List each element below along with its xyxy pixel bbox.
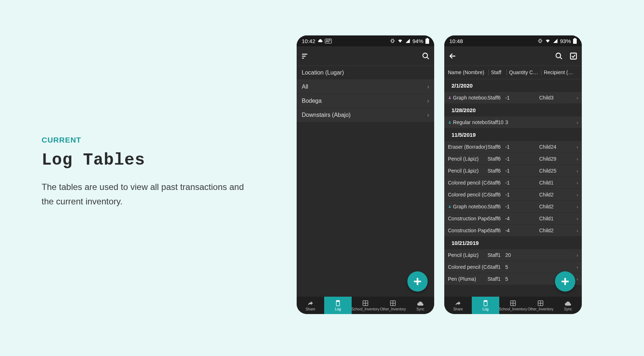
status-time: 10:48 [449,38,463,44]
add-fab[interactable] [555,271,575,292]
table-header: Name (Nombre) Staff Quantity Cha... Reci… [444,66,582,79]
page-title: Log Tables [42,151,244,170]
table-row[interactable]: Pencil (Lápiz)Staff120› [444,249,582,261]
cell-name: Pencil (Lápiz) [448,168,488,174]
nav-other_inventory[interactable]: Other_Inventory [379,297,407,314]
svg-rect-1 [427,38,428,39]
nav-label: School_Inventory [352,307,379,311]
cell-quantity: 3 [505,119,539,125]
cell-staff: Staff6 [488,216,505,221]
cell-name: Eraser (Borrador) [448,144,488,150]
cell-recipient: Child25 [539,168,575,174]
cell-recipient: Child3 [539,95,575,101]
add-fab[interactable] [407,271,428,292]
svg-rect-20 [571,53,577,59]
svg-rect-4 [302,58,304,58]
school_inventory-icon [510,300,516,306]
nav-label: Other_Inventory [380,307,406,311]
search-icon[interactable] [555,52,563,60]
location-row[interactable]: Bodega› [297,94,434,108]
chevron-right-icon: › [575,228,578,233]
location-label: Downstairs (Abajo) [302,112,351,118]
back-icon[interactable] [449,52,457,60]
nav-other_inventory[interactable]: Other_Inventory [527,297,554,314]
filter-icon[interactable] [301,52,309,60]
table-row[interactable]: Colored pencil (Co...Staff6-1Child1› [444,177,582,189]
share-icon [307,300,314,306]
other_inventory-icon [390,300,396,306]
chevron-right-icon: › [427,98,429,104]
cell-quantity: -1 [505,156,539,162]
location-label: All [302,84,308,90]
svg-rect-15 [573,39,577,44]
location-row[interactable]: All› [297,80,434,94]
cell-staff: Staff6 [488,228,505,233]
nav-log[interactable]: Log [324,297,352,314]
chevron-right-icon: › [575,168,578,174]
cell-staff: Staff1 [488,264,505,270]
table-row[interactable]: Graph noteboo...Staff6-1Child3› [444,92,582,104]
nav-share[interactable]: Share [444,297,472,314]
table-row[interactable]: Graph noteboo...Staff6-1Child2› [444,201,582,213]
location-row[interactable]: Downstairs (Abajo)› [297,108,434,122]
chevron-right-icon: › [575,180,578,186]
cell-quantity: -1 [505,95,539,101]
nav-label: Log [483,307,489,311]
person-icon [448,120,452,124]
table-row[interactable]: Eraser (Borrador)Staff6-1Child24› [444,141,582,153]
cell-staff: Staff6 [488,192,505,198]
status-time: 10:42 [302,38,315,44]
cell-name: Pencil (Lápiz) [448,156,488,162]
signal-icon [405,38,410,43]
log-icon [335,300,341,306]
cell-quantity: -1 [505,192,539,198]
cell-quantity: -1 [505,144,539,150]
table-row[interactable]: Colored pencil (Co...Staff6-1Child2› [444,189,582,201]
cell-recipient: Child1 [539,216,575,221]
appbar [444,46,582,66]
bottom-nav: ShareLogSchool_InventoryOther_InventoryS… [297,297,434,314]
date-header: 10/21/2019 [444,237,582,249]
table-row[interactable]: Construction Pape...Staff6-4Child1› [444,213,582,225]
checkbox-icon[interactable] [569,52,577,60]
svg-rect-22 [562,281,569,282]
signal-icon [553,38,558,43]
date-header: 2/1/2020 [444,79,582,92]
svg-point-18 [556,53,561,58]
nav-label: Share [306,307,315,311]
intro-block: CURRENT Log Tables The tables are used t… [42,136,244,208]
table-row[interactable]: Pencil (Lápiz)Staff6-1Child25› [444,165,582,177]
chevron-right-icon: › [427,112,429,118]
cell-recipient: Child2 [539,204,575,209]
cell-name: Colored pencil (Co... [448,180,488,186]
nav-school_inventory[interactable]: School_Inventory [499,297,527,314]
table-row[interactable]: Colored pencil (Co...Staff15› [444,261,582,273]
nav-log[interactable]: Log [472,297,499,314]
table-row[interactable]: Construction Pape...Staff6-4Child2› [444,225,582,237]
nav-label: Share [453,307,463,311]
content-area: Location (Lugar) All›Bodega›Downstairs (… [297,66,434,297]
nav-label: School_Inventory [499,307,527,311]
cell-quantity: 20 [505,252,539,258]
statusbar: 10:48 93% [444,35,582,46]
cell-name: Construction Pape... [448,228,488,233]
nav-sync[interactable]: Sync [407,297,434,314]
nav-sync[interactable]: Sync [554,297,582,314]
table-row[interactable]: Regular notebo...Staff103› [444,116,582,128]
person-icon [448,205,452,208]
search-icon[interactable] [422,52,430,60]
statusbar: 10:42 AP 94% [297,35,434,46]
plus-icon [560,277,570,286]
cell-name: Graph noteboo... [448,204,488,209]
cell-quantity: -1 [505,168,539,174]
page-description: The tables are used to view all past tra… [42,180,244,208]
wifi-icon [397,38,403,43]
col-name: Name (Nombre) [448,69,488,75]
cell-quantity: -1 [505,204,539,209]
wifi-icon [545,38,551,43]
nav-share[interactable]: Share [297,297,324,314]
svg-line-19 [560,57,562,59]
nav-school_inventory[interactable]: School_Inventory [352,297,379,314]
cell-name: Graph noteboo... [448,95,488,101]
table-row[interactable]: Pencil (Lápiz)Staff6-1Child29› [444,153,582,165]
